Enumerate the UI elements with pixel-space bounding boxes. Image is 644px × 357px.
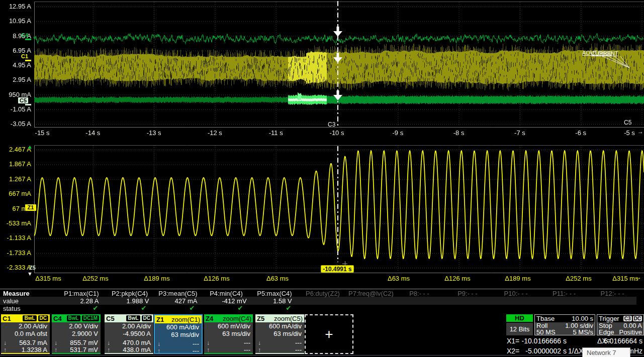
plus-icon: +: [325, 327, 333, 341]
timebase-row-2: 50 MS 5 MS/s: [535, 329, 595, 335]
measure-col-value: 1.988 V: [127, 297, 149, 305]
dx-value: 5.0166664 s: [593, 337, 642, 345]
measure-status-check-icon: ✔: [141, 304, 147, 312]
top-x-tick: -6 s: [575, 129, 586, 137]
memory-depth: 50 MS: [536, 329, 556, 335]
annotation-label: CURRENT: [591, 50, 618, 56]
measure-col-header[interactable]: P6:duty(Z2): [306, 290, 340, 297]
descriptor-max-value: ---: [244, 346, 250, 353]
descriptor-title: zoom(C5): [274, 315, 303, 322]
trigger-panel[interactable]: Trigger C3 DC Stop 0.00 A Edge Positive: [597, 314, 644, 335]
descriptor-id: C4: [53, 315, 62, 322]
bit-depth-label[interactable]: 12 Bits: [506, 323, 533, 335]
measure-col-header[interactable]: P10:- - -: [504, 290, 528, 297]
descriptor-c1[interactable]: C1BwLDC2.00 A/div0.0 mA ofst↓563.7 mA↑1.…: [1, 314, 50, 354]
zoom-y-tick: -1.133 A: [0, 234, 31, 242]
up-arrow-icon: ↑: [4, 346, 7, 353]
zoom-y-tick: 667 mA: [0, 190, 31, 197]
descriptor-max-row: ↑---: [204, 346, 253, 353]
channel-marker-dash: [25, 39, 31, 40]
descriptor-min-value: ---: [295, 339, 302, 346]
zoom-x-tick: Δ252 ms: [82, 275, 108, 282]
up-arrow-icon: ↑: [157, 347, 160, 354]
measure-status-check-icon: ✔: [93, 304, 99, 312]
measure-col-header[interactable]: P12:- - -: [601, 290, 624, 297]
measure-col-header[interactable]: P3:mean(C5): [158, 290, 197, 297]
zoom-y-tick: 1.867 A: [0, 160, 31, 168]
top-x-tick: -14 s: [85, 129, 100, 137]
measure-col-header[interactable]: P5:max(C4): [257, 290, 292, 297]
timebase-label: Tbase: [536, 315, 555, 322]
measure-status-check-icon: ✔: [286, 304, 292, 312]
trigger-coupling-chip: DC: [633, 316, 642, 321]
top-y-tick: 2.95 A: [0, 76, 31, 83]
measure-status-check-icon: ✔: [238, 304, 243, 312]
trigger-row-2: Edge Positive: [597, 329, 643, 335]
measure-col-header[interactable]: P7:freq@lv(C2): [348, 290, 394, 297]
zoom-axis-arrow-icon: →: [635, 274, 641, 281]
add-trace-button[interactable]: +: [305, 314, 353, 354]
descriptor-offset: 63 ms/div: [155, 331, 202, 338]
trigger-type: Edge: [599, 329, 614, 335]
measure-col-header[interactable]: P2:pkpk(C4): [112, 290, 148, 297]
descriptor-z5[interactable]: Z5zoom(C5)600 mA/div63 ms/div↓---↑---: [255, 314, 304, 354]
top-y-tick: 12.95 A: [0, 3, 31, 10]
offscreen-up-arrow-icon: ▲: [27, 144, 33, 150]
descriptor-scale: 2.00 V/div: [52, 322, 101, 330]
channel-marker-c5[interactable]: C5: [18, 97, 28, 103]
descriptor-offset: 0.0 mA ofst: [1, 330, 50, 337]
top-y-tick: -1.05 A: [0, 105, 31, 113]
descriptor-c4[interactable]: C4BwLDC1M2.00 V/div2.9000 V↓855.7 mV↑531…: [52, 314, 101, 354]
descriptor-offset: 2.9000 V: [52, 330, 101, 337]
bandwidth-limit-badge: BwL: [67, 315, 80, 321]
z1-zero-marker[interactable]: Z1: [25, 204, 36, 211]
top-x-tick: -11 s: [269, 129, 283, 137]
descriptor-max-value: ---: [193, 347, 199, 354]
measure-col-value: 1.58 V: [273, 297, 292, 305]
measure-col-header[interactable]: P4:min(C4): [210, 290, 243, 297]
descriptor-header: C5BwLDC: [105, 314, 153, 322]
descriptor-min-value: ---: [193, 340, 199, 347]
channel-marker-c1[interactable]: C1: [21, 53, 28, 59]
channel-marker-c4[interactable]: C4: [21, 32, 28, 38]
measure-col-header[interactable]: P1:max(C1): [64, 290, 99, 297]
hd-mode-button[interactable]: HD: [506, 314, 533, 322]
descriptor-z4[interactable]: Z4zoom(C4)600 mV/div63 ms/div↓---↑---: [204, 314, 253, 354]
descriptor-header: C1BwLDC: [1, 314, 50, 322]
measure-separator: [0, 289, 644, 289]
measure-col-value: -412 mV: [222, 297, 246, 305]
waveform-canvas[interactable]: [0, 0, 644, 289]
measure-col-header[interactable]: P8:- - -: [409, 290, 429, 297]
measure-col-header[interactable]: P9:- - -: [457, 290, 478, 297]
cursor-time-badge[interactable]: -10.4991 s: [321, 265, 354, 273]
top-x-tick: -15 s: [35, 129, 50, 137]
down-arrow-icon: ↓: [207, 339, 210, 346]
descriptor-scale: 2.00 A/div: [1, 322, 50, 330]
descriptor-min-row: ↓---: [255, 339, 304, 346]
top-y-tick: 10.95 A: [0, 17, 31, 25]
sample-rate: 5 MS/s: [573, 329, 593, 335]
timebase-panel[interactable]: Tbase 10.00 s Roll 1.00 s/div 50 MS 5 MS…: [534, 314, 595, 335]
zoom-y-tick: 1.267 A: [0, 175, 31, 183]
descriptor-max-row: ↑438.0 mA: [105, 346, 153, 353]
descriptor-min-row: ↓---: [204, 339, 253, 346]
descriptor-id: Z5: [257, 315, 264, 322]
x1-value: -10.0166666 s: [518, 337, 567, 345]
descriptor-c5[interactable]: C5BwLDC2.00 A/div-4.9500 A↓470.0 mA↑438.…: [105, 314, 153, 354]
zoom-x-tick: Δ189 ms: [505, 275, 530, 282]
descriptor-z1[interactable]: Z1zoom(C1)600 mA/div63 ms/div↓---↑---: [154, 314, 203, 354]
offscreen-down-arrow-icon: ▼: [27, 271, 33, 277]
measure-status-check-icon: ✔: [190, 304, 195, 312]
descriptor-id: Z4: [206, 315, 213, 322]
up-arrow-icon: ↑: [107, 346, 110, 353]
zoom-y-tick: -533 mA: [0, 219, 31, 227]
descriptor-max-value: 1.3238 A: [22, 346, 47, 353]
measure-col-header[interactable]: P11:- - -: [553, 290, 576, 297]
descriptor-min-value: ---: [244, 339, 250, 346]
descriptor-max-value: 531.7 mV: [70, 346, 98, 353]
descriptor-min-row: ↓855.7 mV: [52, 339, 101, 346]
up-arrow-icon: ↑: [54, 346, 57, 353]
coupling-badge: DC: [38, 315, 48, 321]
zoom-x-tick: Δ63 ms: [388, 275, 410, 282]
bandwidth-limit-badge: BwL: [126, 315, 140, 321]
